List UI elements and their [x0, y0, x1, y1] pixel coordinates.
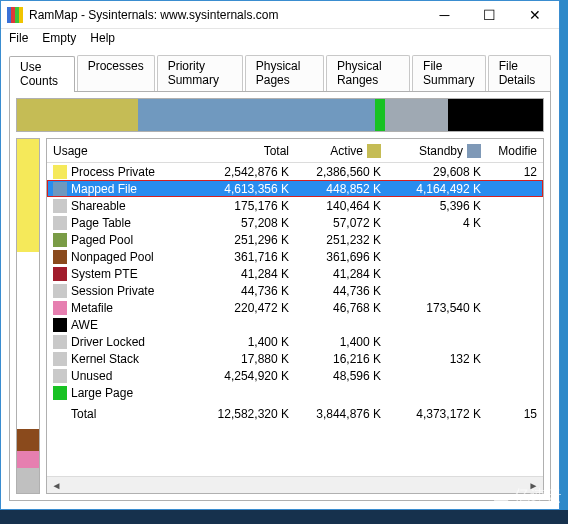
scroll-left-icon[interactable]: ◄: [49, 480, 64, 491]
row-standby: [387, 238, 487, 242]
col-usage[interactable]: Usage: [47, 142, 171, 160]
title-text: RamMap - Sysinternals: www.sysinternals.…: [29, 8, 422, 22]
taskbar[interactable]: [0, 510, 568, 524]
row-swatch-icon: [53, 407, 67, 421]
row-modified: [487, 187, 543, 191]
maximize-button[interactable]: ☐: [467, 1, 512, 28]
row-modified: [487, 391, 543, 395]
menu-file[interactable]: File: [9, 31, 28, 45]
menu-help[interactable]: Help: [90, 31, 115, 45]
table-row[interactable]: Driver Locked1,400 K1,400 K: [47, 333, 543, 350]
row-swatch-icon: [53, 250, 67, 264]
row-standby: 4,164,492 K: [387, 180, 487, 198]
table-row[interactable]: Session Private44,736 K44,736 K: [47, 282, 543, 299]
tab-physical-ranges[interactable]: Physical Ranges: [326, 55, 410, 91]
row-standby: 29,608 K: [387, 163, 487, 181]
row-active: 48,596 K: [295, 367, 387, 385]
app-window: RamMap - Sysinternals: www.sysinternals.…: [0, 0, 560, 510]
row-total: 2,542,876 K: [171, 163, 295, 181]
row-total: 57,208 K: [171, 214, 295, 232]
horizontal-scrollbar[interactable]: ◄ ►: [47, 476, 543, 493]
row-active: 44,736 K: [295, 282, 387, 300]
row-active: 2,386,560 K: [295, 163, 387, 181]
tab-file-summary[interactable]: File Summary: [412, 55, 486, 91]
table-row[interactable]: Nonpaged Pool361,716 K361,696 K: [47, 248, 543, 265]
row-total: 175,176 K: [171, 197, 295, 215]
tab-priority-summary[interactable]: Priority Summary: [157, 55, 243, 91]
row-total: 251,296 K: [171, 231, 295, 249]
col-total[interactable]: Total: [171, 142, 295, 160]
row-modified: [487, 289, 543, 293]
row-active: 41,284 K: [295, 265, 387, 283]
row-active: 57,072 K: [295, 214, 387, 232]
minimize-button[interactable]: ─: [422, 1, 467, 28]
tab-content: Usage Total Active Standby Modifie Proce…: [9, 91, 551, 501]
row-swatch-icon: [53, 182, 67, 196]
sidebar-segment: [17, 451, 39, 469]
titlebar[interactable]: RamMap - Sysinternals: www.sysinternals.…: [1, 1, 559, 29]
table-row[interactable]: Unused4,254,920 K48,596 K: [47, 367, 543, 384]
row-name: Nonpaged Pool: [71, 250, 154, 264]
table-header: Usage Total Active Standby Modifie: [47, 139, 543, 163]
row-standby: [387, 289, 487, 293]
tab-file-details[interactable]: File Details: [488, 55, 551, 91]
table-row[interactable]: Paged Pool251,296 K251,232 K: [47, 231, 543, 248]
row-name: Page Table: [71, 216, 131, 230]
col-active[interactable]: Active: [295, 142, 387, 160]
row-total: 1,400 K: [171, 333, 295, 351]
row-standby: [387, 391, 487, 395]
table-row[interactable]: Total12,582,320 K3,844,876 K4,373,172 K1…: [47, 405, 543, 422]
col-standby[interactable]: Standby: [387, 142, 487, 160]
memory-stackbar: [16, 98, 544, 132]
table-row[interactable]: Process Private2,542,876 K2,386,560 K29,…: [47, 163, 543, 180]
row-active: 3,844,876 K: [295, 405, 387, 423]
row-modified: [487, 221, 543, 225]
row-total: 12,582,320 K: [171, 405, 295, 423]
close-button[interactable]: ✕: [512, 1, 557, 28]
row-swatch-icon: [53, 301, 67, 315]
row-swatch-icon: [53, 318, 67, 332]
stackbar-segment: [385, 99, 448, 131]
row-swatch-icon: [53, 267, 67, 281]
stackbar-segment: [448, 99, 543, 131]
row-standby: 5,396 K: [387, 197, 487, 215]
row-standby: [387, 323, 487, 327]
row-swatch-icon: [53, 165, 67, 179]
tab-physical-pages[interactable]: Physical Pages: [245, 55, 324, 91]
table-row[interactable]: Large Page: [47, 384, 543, 401]
row-active: 1,400 K: [295, 333, 387, 351]
col-active-label: Active: [330, 144, 363, 158]
stackbar-segment: [17, 99, 138, 131]
row-active: 251,232 K: [295, 231, 387, 249]
row-swatch-icon: [53, 199, 67, 213]
table-row[interactable]: Page Table57,208 K57,072 K4 K: [47, 214, 543, 231]
sidebar-segment: [17, 429, 39, 450]
row-standby: 132 K: [387, 350, 487, 368]
tab-processes[interactable]: Processes: [77, 55, 155, 91]
watermark: ☁ 亿速云: [490, 484, 562, 508]
table-row[interactable]: Kernel Stack17,880 K16,216 K132 K: [47, 350, 543, 367]
col-standby-label: Standby: [419, 144, 463, 158]
table-row[interactable]: Mapped File4,613,356 K448,852 K4,164,492…: [47, 180, 543, 197]
table-row[interactable]: System PTE41,284 K41,284 K: [47, 265, 543, 282]
row-standby: 4 K: [387, 214, 487, 232]
cloud-icon: ☁: [490, 484, 510, 508]
table-row[interactable]: AWE: [47, 316, 543, 333]
row-modified: 12: [487, 163, 543, 181]
sidebar-usage-bar: [16, 138, 40, 494]
row-standby: 4,373,172 K: [387, 405, 487, 423]
row-active: [295, 391, 387, 395]
row-active: 140,464 K: [295, 197, 387, 215]
row-standby: [387, 255, 487, 259]
table-row[interactable]: Shareable175,176 K140,464 K5,396 K: [47, 197, 543, 214]
row-modified: [487, 357, 543, 361]
table-row[interactable]: Metafile220,472 K46,768 K173,540 K: [47, 299, 543, 316]
col-modified[interactable]: Modifie: [487, 142, 543, 160]
stackbar-segment: [138, 99, 375, 131]
tab-use-counts[interactable]: Use Counts: [9, 56, 75, 92]
row-name: Metafile: [71, 301, 113, 315]
usage-table: Usage Total Active Standby Modifie Proce…: [46, 138, 544, 494]
menu-empty[interactable]: Empty: [42, 31, 76, 45]
row-standby: [387, 272, 487, 276]
row-modified: 15: [487, 405, 543, 423]
